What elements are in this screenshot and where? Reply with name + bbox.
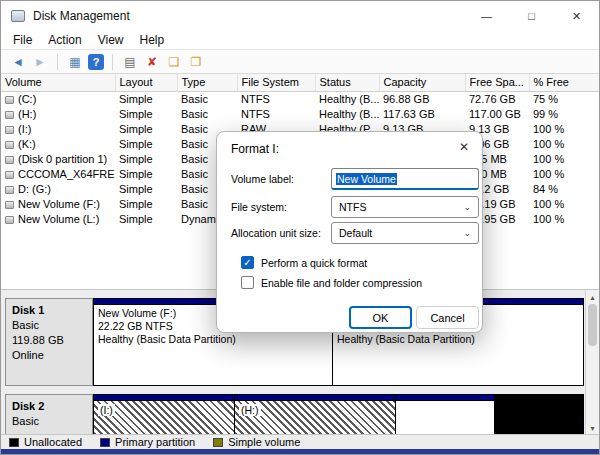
volume-row[interactable]: (C:) Simple Basic NTFS Healthy (B... 96.… <box>1 91 599 107</box>
cell-layout: Simple <box>115 122 177 137</box>
volume-icon <box>5 186 14 194</box>
partition-name: (I:) <box>98 404 115 416</box>
menu-help[interactable]: Help <box>132 32 173 48</box>
scroll-up-icon[interactable]: ▴ <box>586 290 599 304</box>
file-system-label: File system: <box>231 201 287 213</box>
volume-row[interactable]: (H:) Simple Basic NTFS Healthy (B... 117… <box>1 107 599 122</box>
cell-free-space: 72.76 GB <box>465 91 529 107</box>
column-header-pct-free[interactable]: % Free <box>529 74 599 91</box>
allocation-select[interactable]: Default ⌄ <box>331 222 479 244</box>
cell-pct-free: 75 % <box>529 91 599 107</box>
chevron-down-icon: ⌄ <box>463 202 471 212</box>
forward-icon[interactable]: ► <box>31 53 49 71</box>
quick-format-label[interactable]: Perform a quick format <box>261 257 367 269</box>
volume-icon <box>5 111 14 119</box>
cell-layout: Simple <box>115 212 177 227</box>
volume-icon <box>5 216 14 224</box>
volume-icon <box>5 201 14 209</box>
menu-action[interactable]: Action <box>40 32 89 48</box>
ok-button[interactable]: OK <box>349 306 412 329</box>
partition-status: Healthy (Basic Data Partition) <box>98 333 328 346</box>
chevron-down-icon: ⌄ <box>463 228 471 238</box>
title-bar: Disk Management — □ ✕ <box>1 1 599 31</box>
back-icon[interactable]: ◄ <box>9 53 27 71</box>
disk2-info[interactable]: Disk 2 Basic <box>5 394 93 434</box>
computer-icon[interactable]: ▤ <box>121 53 139 71</box>
cell-capacity: 96.88 GB <box>379 91 465 107</box>
compression-checkbox[interactable] <box>241 276 254 289</box>
toolbar-separator <box>112 54 113 70</box>
cell-layout: Simple <box>115 137 177 152</box>
vertical-scrollbar[interactable]: ▴ ▾ <box>585 290 599 434</box>
cell-pct-free: 100 % <box>529 137 599 152</box>
bottom-accent-strip <box>1 449 599 455</box>
disk2-unallocated[interactable] <box>494 394 584 434</box>
cell-file-system: NTFS <box>237 107 315 122</box>
dialog-close-icon[interactable]: ✕ <box>459 140 469 154</box>
cell-volume: New Volume (L:) <box>1 212 115 227</box>
cell-type: Basic <box>177 107 237 122</box>
scroll-down-icon[interactable]: ▾ <box>586 421 599 434</box>
disk2-partition-3[interactable] <box>395 394 495 434</box>
disk2-partition-h[interactable]: (H:) <box>234 394 396 434</box>
disk1-size: 119.88 GB <box>12 333 86 348</box>
cell-pct-free: 100 % <box>529 152 599 167</box>
close-button[interactable]: ✕ <box>554 1 599 31</box>
help-icon[interactable]: ? <box>88 54 104 70</box>
dialog-title: Format I: <box>231 142 279 156</box>
disk1-status: Online <box>12 348 86 363</box>
menu-bar: File Action View Help <box>1 31 599 49</box>
volume-icon <box>5 141 14 149</box>
console-tree-icon[interactable]: ▦ <box>66 53 84 71</box>
cell-pct-free: 100 % <box>529 197 599 212</box>
legend-simple-volume: Simple volume <box>228 436 300 448</box>
toolbar: ◄ ► ▦ ? ▤ ✘ ❏ ❐ <box>1 49 599 74</box>
volume-label-input[interactable]: New Volume <box>331 168 479 190</box>
cell-free-space: 117.00 GB <box>465 107 529 122</box>
volume-label-value: New Volume <box>336 173 397 185</box>
cell-pct-free: 100 % <box>529 167 599 182</box>
column-header-type[interactable]: Type <box>177 74 237 91</box>
cell-pct-free: 84 % <box>529 182 599 197</box>
disk2-type: Basic <box>12 414 86 429</box>
column-header-status[interactable]: Status <box>315 74 379 91</box>
cell-volume: (K:) <box>1 137 115 152</box>
cell-pct-free: 100 % <box>529 212 599 227</box>
cancel-button[interactable]: Cancel <box>416 306 479 329</box>
disk-management-window: Disk Management — □ ✕ File Action View H… <box>0 0 600 455</box>
partition-name: (H:) <box>239 404 261 416</box>
folder-icon[interactable]: ❐ <box>187 53 205 71</box>
volume-label-label: Volume label: <box>231 173 294 185</box>
volume-icon <box>5 96 14 104</box>
cell-file-system: NTFS <box>237 91 315 107</box>
menu-file[interactable]: File <box>5 32 40 48</box>
cell-volume: CCCOMA_X64FRE... <box>1 167 115 182</box>
maximize-button[interactable]: □ <box>509 1 554 31</box>
scrollbar-thumb[interactable] <box>588 304 597 346</box>
toolbar-separator <box>57 54 58 70</box>
compression-label[interactable]: Enable file and folder compression <box>261 277 422 289</box>
column-header-volume[interactable]: Volume <box>1 74 115 91</box>
folder-check-icon[interactable]: ❏ <box>165 53 183 71</box>
column-header-layout[interactable]: Layout <box>115 74 177 91</box>
partition-status: Healthy (Basic Data Partition) <box>337 333 579 346</box>
cell-volume: (C:) <box>1 91 115 107</box>
cell-volume: (H:) <box>1 107 115 122</box>
format-dialog: Format I: ✕ Volume label: New Volume Fil… <box>216 131 483 333</box>
partition-color-strip <box>396 395 494 401</box>
column-header-file-system[interactable]: File System <box>237 74 315 91</box>
column-header-free-space[interactable]: Free Spa... <box>465 74 529 91</box>
volume-icon <box>5 126 14 134</box>
delete-icon[interactable]: ✘ <box>143 53 161 71</box>
disk1-info[interactable]: Disk 1 Basic 119.88 GB Online <box>5 298 93 386</box>
quick-format-checkbox[interactable]: ✓ <box>241 256 254 269</box>
disk2-partition-i[interactable]: (I:) <box>93 394 235 434</box>
minimize-button[interactable]: — <box>464 1 509 31</box>
menu-view[interactable]: View <box>90 32 132 48</box>
file-system-select[interactable]: NTFS ⌄ <box>331 196 479 218</box>
column-header-capacity[interactable]: Capacity <box>379 74 465 91</box>
cell-pct-free: 99 % <box>529 107 599 122</box>
cell-volume: (I:) <box>1 122 115 137</box>
primary-partition-swatch <box>100 438 110 447</box>
file-system-value: NTFS <box>339 201 366 213</box>
